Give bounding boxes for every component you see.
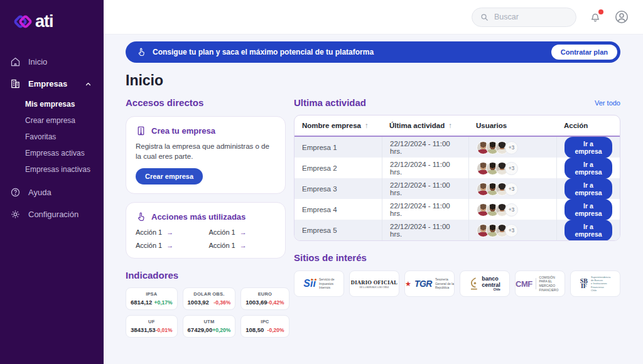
sidebar-item-configuracion[interactable]: Configuración bbox=[0, 203, 104, 225]
home-icon bbox=[10, 56, 21, 67]
empresa-name: Empresa 1 bbox=[294, 137, 382, 158]
help-icon bbox=[10, 187, 21, 198]
sidebar-item-label: Ayuda bbox=[28, 188, 51, 197]
site-card-sii[interactable]: Sii Servicio de Impuestos Internos bbox=[294, 270, 344, 297]
card-body-text: Registra la empresa que administras o de… bbox=[136, 141, 276, 161]
ir-a-empresa-button[interactable]: Ir a empresa bbox=[565, 220, 612, 241]
ir-a-empresa-button[interactable]: Ir a empresa bbox=[565, 158, 612, 179]
plan-banner: Consigue tu plan y saca el máximo potenc… bbox=[126, 41, 620, 63]
tgr-logo: TGR bbox=[414, 279, 432, 289]
site-card-cmf[interactable]: CMF COMISIÓN PARA EL MERCADO FINANCIERO bbox=[515, 270, 565, 297]
ver-todo-link[interactable]: Ver todo bbox=[595, 99, 620, 107]
ir-a-empresa-button[interactable]: Ir a empresa bbox=[565, 199, 612, 220]
ir-a-empresa-button[interactable]: Ir a empresa bbox=[565, 137, 612, 158]
topbar bbox=[104, 0, 643, 35]
empresa-date: 22/12/2024 - 11:00 hrs. bbox=[382, 158, 468, 179]
profile-button[interactable] bbox=[614, 9, 629, 24]
divider bbox=[536, 278, 536, 289]
banner-text: Consigue tu plan y saca el máximo potenc… bbox=[153, 48, 374, 56]
gear-icon bbox=[10, 209, 21, 220]
card-title: Acciones más utilizadas bbox=[151, 212, 246, 222]
hand-pointer-icon bbox=[136, 211, 146, 222]
logo-icon bbox=[15, 16, 31, 27]
sidebar-subitem-mis-empresas[interactable]: Mis empresas bbox=[0, 96, 104, 112]
sidebar-subitem-favoritas[interactable]: Favoritas bbox=[0, 129, 104, 145]
empresa-date: 22/12/2024 - 11:00 hrs. bbox=[382, 137, 468, 158]
column-header-actividad[interactable]: Última actividad↑ bbox=[382, 115, 468, 136]
cmf-logo: CMF bbox=[516, 279, 532, 289]
sbif-logo-text: Superintendencia de Bancos e Institucion… bbox=[591, 276, 610, 292]
sidebar-subitem-empresas-inactivas[interactable]: Empresas inactivas bbox=[0, 161, 104, 178]
cmf-logo-text: COMISIÓN PARA EL MERCADO FINANCIERO bbox=[539, 276, 565, 292]
accion-link[interactable]: Acción 1→ bbox=[209, 228, 276, 236]
accion-link[interactable]: Acción 1→ bbox=[136, 242, 203, 249]
ultima-actividad-heading: Ultima actividad bbox=[294, 97, 366, 108]
banco-central-emblem-icon bbox=[469, 277, 478, 291]
avatar-group: +3 bbox=[477, 141, 518, 154]
notification-badge bbox=[598, 9, 603, 14]
table-row: Empresa 5 22/12/2024 - 11:00 hrs. +3 Ir … bbox=[294, 220, 620, 240]
building-icon bbox=[136, 126, 146, 136]
accion-link[interactable]: Acción 1→ bbox=[136, 228, 203, 236]
crear-empresa-button[interactable]: Crear empresa bbox=[136, 168, 203, 185]
avatar-overflow-count: +3 bbox=[505, 224, 518, 237]
arrow-right-icon: → bbox=[166, 242, 173, 249]
table-row: Empresa 2 22/12/2024 - 11:00 hrs. +3 Ir … bbox=[294, 158, 620, 178]
site-card-sbif[interactable]: SB IF Superintendencia de Bancos e Insti… bbox=[570, 270, 620, 297]
sidebar-item-ayuda[interactable]: Ayuda bbox=[0, 181, 104, 203]
diario-oficial-logo: DIARIO OFICIAL DE LA REPUBLICA DE CHILE bbox=[351, 279, 397, 289]
site-card-tgr[interactable]: ★ TGR Tesorería General de la República bbox=[404, 270, 455, 297]
arrow-right-icon: → bbox=[240, 242, 247, 249]
search-input[interactable] bbox=[494, 13, 563, 21]
accion-link[interactable]: Acción 1→ bbox=[209, 242, 276, 249]
site-card-banco-central[interactable]: bancocentral Chile bbox=[460, 270, 510, 297]
ir-a-empresa-button[interactable]: Ir a empresa bbox=[565, 178, 612, 200]
sidebar-subitem-crear-empresa[interactable]: Crear empresa bbox=[0, 112, 104, 129]
avatar-group: +3 bbox=[477, 224, 518, 237]
table-body: Empresa 1 22/12/2024 - 11:00 hrs. +3 Ir … bbox=[294, 137, 620, 240]
sidebar-item-empresas[interactable]: Empresas bbox=[0, 73, 104, 95]
sidebar-nav: Inicio Empresas Mis empresas Crear empre… bbox=[0, 51, 104, 225]
main-content: Consigue tu plan y saca el máximo potenc… bbox=[104, 35, 643, 364]
arrow-right-icon: → bbox=[240, 228, 247, 236]
activity-table: Nombre empresa↑ Última actividad↑ Usuari… bbox=[294, 115, 620, 241]
empresa-name: Empresa 3 bbox=[294, 178, 382, 200]
sidebar-item-label: Empresas bbox=[28, 79, 67, 88]
contratar-plan-button[interactable]: Contratar plan bbox=[551, 45, 617, 60]
card-title: Crea tu empresa bbox=[151, 126, 215, 136]
indicator-card-ipc: IPC 108,50-0,20% bbox=[240, 315, 289, 338]
indicator-card-ipsa: IPSA 6814,12+0,17% bbox=[126, 287, 178, 310]
search-box[interactable] bbox=[472, 8, 576, 27]
tgr-star-icon: ★ bbox=[405, 280, 411, 288]
indicator-card-uf: UF 38431,53-0,01% bbox=[126, 315, 178, 338]
avatar-overflow-count: +3 bbox=[505, 183, 518, 196]
avatar-group: +3 bbox=[477, 162, 518, 175]
acciones-mas-utilizadas-card: Acciones más utilizadas Acción 1→ Acción… bbox=[126, 202, 286, 259]
sidebar-item-label: Configuración bbox=[28, 210, 78, 219]
avatar-group: +3 bbox=[477, 203, 518, 217]
sidebar-item-label: Inicio bbox=[28, 57, 47, 67]
column-header-accion: Acción bbox=[556, 115, 620, 136]
accesos-directos-heading: Accesos directos bbox=[126, 97, 286, 108]
column-header-usuarios: Usuarios bbox=[468, 115, 556, 136]
tgr-logo-text: Tesorería General de la República bbox=[435, 277, 454, 290]
sbif-logo: SB IF bbox=[580, 279, 588, 289]
sidebar-subitem-empresas-activas[interactable]: Empresas activas bbox=[0, 145, 104, 161]
avatar-overflow-count: +3 bbox=[505, 162, 518, 175]
empresa-date: 22/12/2024 - 11:00 hrs. bbox=[382, 199, 468, 220]
user-icon bbox=[614, 9, 629, 24]
empresa-name: Empresa 5 bbox=[294, 220, 382, 241]
sidebar-item-inicio[interactable]: Inicio bbox=[0, 51, 104, 73]
empresas-submenu: Mis empresas Crear empresa Favoritas Emp… bbox=[0, 96, 104, 178]
avatar-group: +3 bbox=[477, 183, 518, 196]
column-header-nombre[interactable]: Nombre empresa↑ bbox=[294, 115, 382, 136]
avatar-overflow-count: +3 bbox=[505, 141, 518, 154]
table-row: Empresa 3 22/12/2024 - 11:00 hrs. +3 Ir … bbox=[294, 178, 620, 199]
notifications-button[interactable] bbox=[589, 11, 602, 23]
hand-pointer-icon bbox=[136, 47, 146, 57]
sii-logo-text: Servicio de Impuestos Internos bbox=[319, 277, 335, 290]
table-row: Empresa 1 22/12/2024 - 11:00 hrs. +3 Ir … bbox=[294, 137, 620, 158]
site-card-diario-oficial[interactable]: DIARIO OFICIAL DE LA REPUBLICA DE CHILE bbox=[349, 270, 399, 297]
app-logo[interactable]: ati bbox=[0, 0, 104, 35]
sidebar: ati Inicio Empresas Mis empresas Crear e… bbox=[0, 0, 104, 364]
